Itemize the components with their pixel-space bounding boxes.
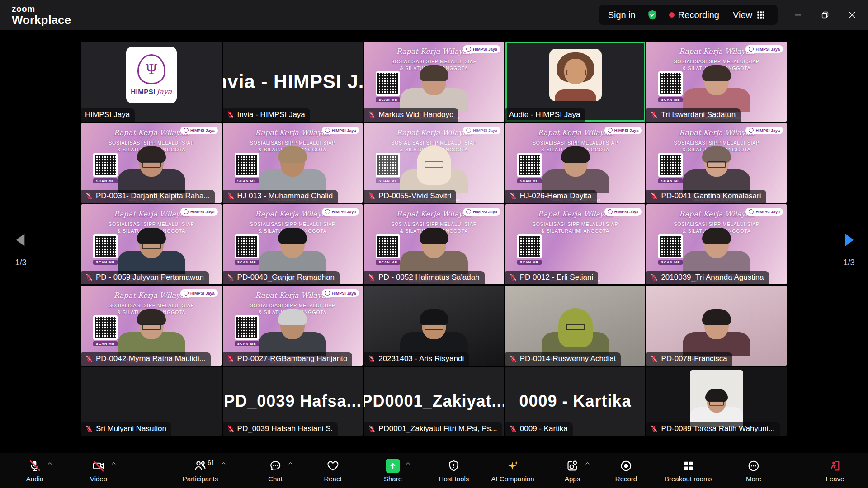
chevron-up-icon[interactable] <box>110 460 117 469</box>
qr-box <box>93 315 118 340</box>
video-tile[interactable]: PD-0089 Teresa Ratih Wahyuni... <box>646 367 787 436</box>
chevron-up-icon[interactable] <box>47 460 53 469</box>
participant-name: PD-0040_Ganjar Ramadhan <box>237 273 335 282</box>
himpsi-jaya-badge: HIMPSI Jaya <box>322 289 359 297</box>
scan-me-label: SCAN ME <box>93 341 118 346</box>
video-tile[interactable]: Rapat Kerja WilayahSOSIALISASI SIPP MELA… <box>81 204 222 284</box>
himpsi-jaya-badge: HIMPSI Jaya <box>463 208 500 216</box>
himpsi-jaya-badge: HIMPSI Jaya <box>745 127 783 134</box>
video-tile[interactable]: Rapat Kerja WilayahSOSIALISASI SIPP MELA… <box>505 204 646 284</box>
view-button[interactable]: View <box>730 9 769 21</box>
toolbar-record-button[interactable]: Record <box>613 453 640 488</box>
toolbar-host-tools-button[interactable]: Host tools <box>436 453 472 488</box>
toolbar-video-button[interactable]: Video <box>87 453 110 488</box>
person-head <box>707 391 726 413</box>
poster-line1: SOSIALISASI SIPP MELALUI SIAP <box>364 221 504 227</box>
view-label: View <box>733 10 752 20</box>
minimize-button[interactable] <box>791 8 805 22</box>
himpsi-jaya-badge: HIMPSI Jaya <box>463 127 500 134</box>
qr-code: SCAN ME <box>517 234 542 265</box>
video-tile[interactable]: Rapat Kerja WilayahSOSIALISASI SIPP MELA… <box>223 286 363 366</box>
toolbar-breakout-rooms-button[interactable]: Breakout rooms <box>662 453 715 488</box>
toolbar-chat-button[interactable]: Chat <box>265 453 285 488</box>
video-tile[interactable]: ΨHIMPSIJayaHIMPSI Jaya <box>81 42 222 122</box>
person-figure <box>683 150 750 193</box>
chevron-up-icon[interactable] <box>584 460 591 469</box>
close-button[interactable] <box>845 8 859 22</box>
toolbar-participants-button[interactable]: Participants61 <box>180 453 221 488</box>
window-controls <box>791 8 859 22</box>
participant-name: PD-0078-Francisca <box>661 354 727 363</box>
video-tile[interactable]: Rapat Kerja WilayahSOSIALISASI SIPP MELA… <box>223 204 363 284</box>
poster-line2: & SILATURAHMI ANGGOTA <box>364 147 504 152</box>
video-tile[interactable]: Rapat Kerja WilayahSOSIALISASI SIPP MELA… <box>364 123 504 203</box>
muted-mic-icon <box>509 192 517 200</box>
poster-line1: SOSIALISASI SIPP MELALUI SIAP <box>505 140 646 145</box>
video-tile[interactable]: Rapat Kerja WilayahSOSIALISASI SIPP MELA… <box>646 204 787 284</box>
poster-line1: SOSIALISASI SIPP MELALUI SIAP <box>505 221 646 227</box>
shield-check-icon[interactable] <box>646 9 658 21</box>
video-tile[interactable]: Invia - HIMPSI J...Invia - HIMPSI Jaya <box>223 42 363 122</box>
qr-pattern-icon <box>377 155 398 175</box>
video-tile[interactable]: Rapat Kerja WilayahSOSIALISASI SIPP MELA… <box>505 123 646 203</box>
prev-page-arrow-icon[interactable] <box>12 230 30 252</box>
video-tile[interactable]: Audie - HIMPSI Jaya <box>505 42 646 122</box>
glasses <box>142 161 161 168</box>
brand-zoom: zoom <box>12 5 71 13</box>
record-icon <box>619 459 633 473</box>
toolbar-audio-button[interactable]: Audio <box>24 453 46 488</box>
poster-line1: SOSIALISASI SIPP MELALUI SIAP <box>364 59 504 64</box>
participant-nameplate: Invia - HIMPSI Jaya <box>223 108 310 122</box>
participant-nameplate: PD_0039 Hafsah Hasiani S. <box>223 422 338 436</box>
toolbar-apps-button[interactable]: Apps <box>562 453 583 488</box>
toolbar-react-label: React <box>324 475 341 483</box>
video-tile[interactable]: PD0001_Zakiyat...PD0001_Zakiyatul Fitri … <box>364 367 504 436</box>
video-tile[interactable]: Rapat Kerja WilayahSOSIALISASI SIPP MELA… <box>81 286 222 366</box>
avatar-glasses <box>566 70 586 75</box>
toolbar-share-button[interactable]: Share <box>381 453 405 488</box>
video-tile[interactable]: Rapat Kerja WilayahSOSIALISASI SIPP MELA… <box>81 123 222 203</box>
sign-in-button[interactable]: Sign in <box>608 10 636 20</box>
next-page-arrow-icon[interactable] <box>840 230 858 252</box>
toolbar-leave-button[interactable]: Leave <box>823 453 847 488</box>
participant-nameplate: PD-0040_Ganjar Ramadhan <box>223 271 340 284</box>
video-tile[interactable]: 0009 - Kartika0009 - Kartika <box>505 367 646 436</box>
participant-name: PD-0031- Darjanti Kalpita Raha... <box>96 192 210 201</box>
chevron-up-icon[interactable] <box>220 460 227 469</box>
video-tile[interactable]: 20231403 - Aris Risyandi <box>364 286 504 366</box>
participant-nameplate: 2010039_Tri Ananda Agustina <box>646 271 769 284</box>
video-tile[interactable]: Sri Mulyani Nasution <box>81 367 222 436</box>
logo-org-text: HIMPSI <box>131 88 156 95</box>
chevron-up-icon[interactable] <box>287 460 294 469</box>
video-tile[interactable]: PD-0014-Ruswenny Achdiat <box>505 286 646 366</box>
video-tile[interactable]: PD-0078-Francisca <box>646 286 787 366</box>
video-tile[interactable]: PD_0039 Hafsa...PD_0039 Hafsah Hasiani S… <box>223 367 363 436</box>
video-tile[interactable]: Rapat Kerja WilayahSOSIALISASI SIPP MELA… <box>364 42 504 122</box>
poster-line1: SOSIALISASI SIPP MELALUI SIAP <box>646 221 787 227</box>
video-tile[interactable]: Rapat Kerja WilayahSOSIALISASI SIPP MELA… <box>223 123 363 203</box>
participant-name: HJ 013 - Muhammad Chalid <box>237 192 333 201</box>
qr-box <box>376 234 400 258</box>
participant-name: PD-0014-Ruswenny Achdiat <box>520 354 616 363</box>
restore-button[interactable] <box>818 8 832 22</box>
person-head <box>280 312 305 339</box>
apps-icon <box>566 459 579 473</box>
muted-mic-icon <box>650 192 658 200</box>
qr-box <box>658 153 683 177</box>
toolbar-react-button[interactable]: React <box>321 453 344 488</box>
qr-box <box>235 234 259 258</box>
muted-mic-icon <box>85 273 93 282</box>
participant-nameplate: HIMPSI Jaya <box>81 108 135 122</box>
person-figure <box>400 68 468 112</box>
video-tile[interactable]: Rapat Kerja WilayahSOSIALISASI SIPP MELA… <box>646 123 787 203</box>
zoom-meeting-window: zoom Workplace Sign in Recording View <box>0 0 868 488</box>
participant-name: PD0001_Zakiyatul Fitri M.Psi, Ps... <box>378 424 497 433</box>
hair <box>137 146 166 163</box>
qr-code: SCAN ME <box>93 153 118 183</box>
video-tile[interactable]: Rapat Kerja WilayahSOSIALISASI SIPP MELA… <box>646 42 787 122</box>
video-tile[interactable]: Rapat Kerja WilayahSOSIALISASI SIPP MELA… <box>364 204 504 284</box>
chevron-up-icon[interactable] <box>405 460 411 469</box>
toolbar-ai-companion-button[interactable]: AI Companion <box>488 453 537 488</box>
toolbar-more-button[interactable]: More <box>743 453 764 488</box>
himpsi-jaya-badge: HIMPSI Jaya <box>745 208 783 216</box>
